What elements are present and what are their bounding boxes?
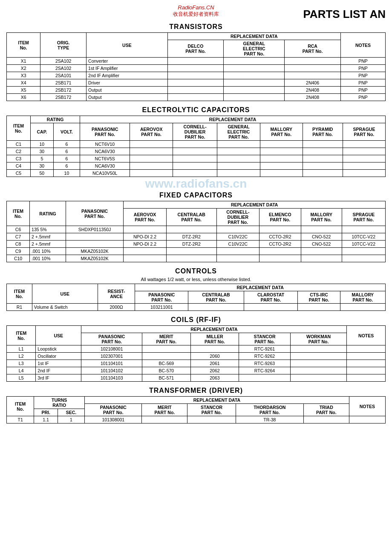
- replacement-data-header: REPLACEMENT DATA: [81, 326, 347, 333]
- item-cell: L5: [7, 374, 36, 382]
- orig-cell: 2SA102: [40, 65, 86, 72]
- notes-cell: PNP: [340, 72, 385, 79]
- col-clarostat: CLAROSTATPART No.: [244, 291, 298, 304]
- panasonic-cell: 101104103: [81, 374, 142, 382]
- item-cell: C3: [7, 155, 31, 162]
- volt-cell: 6: [53, 162, 80, 170]
- item-cell: R1: [7, 304, 32, 311]
- col-use: USE: [86, 33, 168, 58]
- transistors-table: ITEMNo. ORIG.TYPE USE REPLACEMENT DATA N…: [6, 32, 386, 101]
- table-row: C10 .001 10% MKAZ05102K: [7, 255, 386, 262]
- centralab-cell: DTZ-2R2: [166, 233, 216, 241]
- merit-cell: [142, 345, 191, 353]
- panasonic-cell: 103211001: [135, 304, 188, 311]
- use-cell: 2nd IF Amplifier: [86, 72, 168, 79]
- notes-cell: [347, 367, 386, 374]
- aerovox-cell: [130, 162, 173, 170]
- col-rating: RATING: [31, 116, 80, 123]
- col-merit: MERITPART No.: [142, 404, 187, 416]
- table-row: X2 2SA102 1st IF Amplifier PNP: [7, 65, 386, 72]
- miller-cell: 2062: [190, 367, 239, 374]
- delco-cell: [167, 94, 224, 101]
- table-row: C2 30 6 NCA6V30: [7, 148, 386, 155]
- cornell-cell: [173, 162, 217, 170]
- use-cell: Output: [86, 94, 168, 101]
- miller-cell: 2061: [190, 360, 239, 367]
- aerovox-cell: [130, 148, 173, 155]
- watermark: www.radiofans.cn: [6, 177, 386, 191]
- workman-cell: [290, 353, 347, 360]
- col-pri: PRI.: [34, 409, 58, 416]
- panasonic-cell: MKAZ05102K: [66, 255, 124, 262]
- notes-cell: PNP: [340, 87, 385, 94]
- rating-cell: .001 10%: [30, 255, 66, 262]
- table-row: C4 30 6 NCA6V30: [7, 162, 386, 170]
- col-rating: RATING: [30, 201, 66, 226]
- col-volt: VOLT.: [53, 123, 80, 141]
- elmenco-cell: [259, 255, 301, 262]
- table-row: C7 2 +.5mmf NPO-DI 2.2 DTZ-2R2 C10V22C C…: [7, 233, 386, 241]
- notes-cell: [347, 345, 386, 353]
- panasonic-cell: NCT6V5S: [80, 155, 130, 162]
- col-resist: RESIST-ANCE: [98, 284, 135, 304]
- fixed-capacitors-table: ITEMNo. RATING PANASONICPART No. REPLACE…: [6, 201, 386, 262]
- delco-cell: [167, 58, 224, 65]
- centralab-cell: [166, 226, 216, 233]
- table-row: L2 Oscillator 102307001 2060 RTC-9262: [7, 353, 386, 360]
- rca-cell: [285, 58, 341, 65]
- centralab-cell: [188, 304, 244, 311]
- controls-section: CONTROLS All wattages 1/2 watt, or less,…: [6, 267, 386, 311]
- table-row: X1 2SA102 Converter PNP: [7, 58, 386, 65]
- electrolytic-section: ELECTROLYTIC CAPACITORS ITEMNo. RATING R…: [6, 106, 386, 177]
- general-cell: [217, 162, 260, 170]
- item-cell: X2: [7, 65, 40, 72]
- merit-cell: [142, 353, 191, 360]
- general-cell: [217, 148, 260, 155]
- notes-cell: [347, 360, 386, 367]
- item-cell: C6: [7, 226, 30, 233]
- item-cell: C9: [7, 248, 30, 255]
- table-row: C6 135 5% SHDXP011350J: [7, 226, 386, 233]
- item-cell: C7: [7, 233, 30, 241]
- miller-cell: 2063: [190, 374, 239, 382]
- general-cell: [217, 170, 260, 177]
- col-panasonic: PANASONICPART No.: [135, 291, 188, 304]
- general-cell: [224, 87, 285, 94]
- item-cell: X5: [7, 87, 40, 94]
- use-cell: 1st IF Amplifier: [86, 65, 168, 72]
- cornell-cell: C10V22C: [216, 241, 259, 248]
- panasonic-cell: MKAZ05102K: [66, 248, 124, 255]
- merit-cell: [142, 416, 187, 423]
- col-centralab: CENTRALABPART No.: [188, 291, 244, 304]
- col-rca: RCAPART No.: [285, 40, 341, 58]
- table-row: C5 50 10 NCA10V50L: [7, 170, 386, 177]
- volt-cell: 6: [53, 141, 80, 148]
- cts-cell: [298, 304, 340, 311]
- rca-cell: 2N406: [285, 79, 341, 87]
- col-general-electric: GENERALELECTRICPART No.: [224, 40, 285, 58]
- item-cell: X6: [7, 94, 40, 101]
- cornell-cell: [173, 170, 217, 177]
- general-cell: [217, 155, 260, 162]
- mallory-cell: [301, 255, 342, 262]
- general-cell: [224, 65, 285, 72]
- elmenco-cell: CCTO-2R2: [259, 233, 301, 241]
- use-cell: 2nd IF: [36, 367, 81, 374]
- cornell-cell: [173, 148, 217, 155]
- orig-cell: 2SB172: [40, 94, 86, 101]
- cornell-cell: [173, 141, 217, 148]
- panasonic-cell: 101104101: [81, 360, 142, 367]
- orig-cell: 2SB171: [40, 79, 86, 87]
- mallory-cell: [301, 226, 342, 233]
- table-row: C8 2 +.5mmf NPO-DI 2.2 DTZ-2R2 C10V22C C…: [7, 241, 386, 248]
- controls-table: ITEMNo. USE RESIST-ANCE REPLACEMENT DATA…: [6, 284, 386, 311]
- col-item-no: ITEMNo.: [7, 33, 40, 58]
- use-cell: 3rd IF: [36, 374, 81, 382]
- mallory-cell: [260, 155, 303, 162]
- sprague-cell: 10TCC-V22: [342, 233, 385, 241]
- centralab-cell: [166, 255, 216, 262]
- col-panasonic: PANASONICPART No.: [66, 201, 124, 226]
- cap-cell: 10: [31, 141, 54, 148]
- pyramid-cell: [303, 148, 343, 155]
- sprague-cell: [343, 141, 385, 148]
